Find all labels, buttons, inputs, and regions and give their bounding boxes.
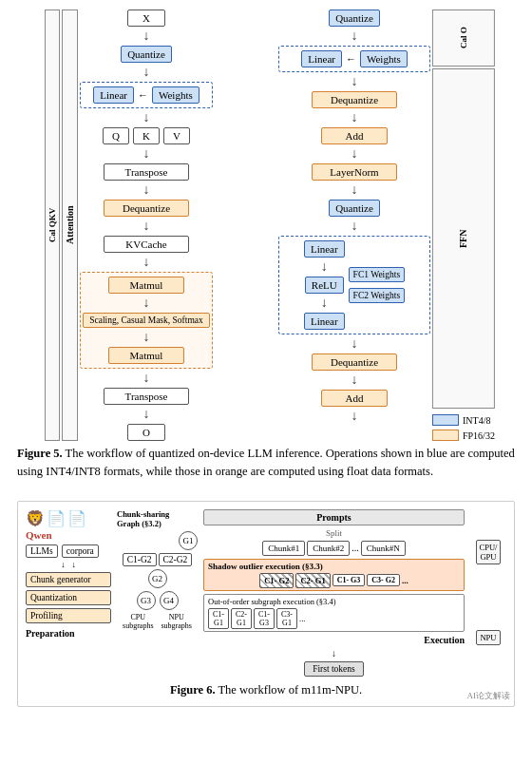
chunk-generator-box: Chunk generator: [26, 572, 111, 587]
figure5-caption-text: The workflow of quantized on-device LLM …: [17, 447, 515, 478]
g2-node: G2: [148, 569, 167, 588]
llm-row: LLMs corpora: [26, 544, 111, 558]
kvcache-node: KVCache: [104, 236, 189, 253]
right-weights-top: Weights: [360, 50, 408, 67]
shadow-row: Shadow outlier execution (§3.3) C1- G2 C…: [203, 559, 465, 591]
chunkN-box: Chunk#N: [361, 541, 406, 556]
right-linear-top: Linear: [301, 50, 342, 67]
dequantize-left: Dequantize: [104, 200, 189, 217]
quantize-left: Quantize: [121, 46, 172, 63]
ffn-group: Linear ↓ ReLU ↓ Linear FC1 Weights FC2 W…: [278, 236, 430, 334]
fig6-right: Prompts Split Chunk#1 Chunk#2 ... Chunk#…: [203, 509, 465, 677]
ffn-label: FFN: [432, 68, 495, 409]
quantize-right2: Quantize: [329, 200, 380, 217]
arrow-q-lin: ↓: [143, 66, 150, 79]
figure5: Cal QKV Attention X ↓ Quantize ↓ Linear …: [17, 10, 515, 493]
shadow-c2: C2- G1: [295, 573, 330, 588]
ffn-linear2: Linear: [304, 313, 345, 330]
shadow-c1: C1- G2: [259, 573, 294, 588]
llms-box: LLMs: [26, 544, 58, 558]
g4-node: G4: [160, 591, 179, 610]
attention-group: Matmul ↓ Scaling, Casual Mask, Softmax ↓…: [80, 272, 213, 369]
fig6-far-right: CPU/ GPU NPU: [470, 509, 506, 677]
fig5-diagram: Cal QKV Attention X ↓ Quantize ↓ Linear …: [17, 10, 515, 441]
qkv-row: Q K V: [103, 127, 190, 144]
linear-weights-group: Linear ← Weights: [80, 82, 213, 108]
fc1-weights: FC1 Weights: [349, 267, 405, 282]
legend: INT4/8 FP16/32: [432, 414, 495, 441]
watermark: AI论文解读: [467, 690, 511, 702]
prompts-bar: Prompts: [203, 509, 465, 525]
profiling-box: Profiling: [26, 608, 111, 623]
cpu-gpu-label: CPU/ GPU: [476, 540, 502, 564]
ffn-relu: ReLU: [305, 277, 344, 294]
weights-node: Weights: [152, 86, 200, 104]
fig5-right-panel: Quantize ↓ Linear ← Weights ↓ Dequantize…: [278, 10, 487, 441]
transpose2-node: Transpose: [104, 388, 189, 405]
dots-label: ...: [352, 543, 359, 553]
figure6-caption: Figure 6. The workflow of m11m-NPU.: [26, 682, 506, 699]
legend-fp1632-box: [432, 430, 459, 441]
cal-o-label: Cal O: [432, 10, 495, 67]
c2g2-box: C2-G2: [159, 553, 193, 566]
right-linear-weights: Linear ← Weights: [278, 46, 430, 72]
npu-label: NPU: [476, 630, 500, 645]
corpora-box: corpora: [62, 544, 99, 558]
g3-node: G3: [137, 591, 156, 610]
npu-subgraphs-label: NPU subgraphs: [162, 613, 192, 630]
cal-qkv-label: Cal QKV: [45, 10, 60, 441]
layernorm-node: LayerNorm: [312, 163, 397, 181]
shadow-c3: C1- G3: [332, 574, 366, 586]
qwen-logo: Qwen: [26, 529, 111, 541]
attention-label: Attention: [62, 10, 78, 441]
scaling-node: Scaling, Casual Mask, Softmax: [83, 313, 210, 328]
quantize-right: Quantize: [329, 10, 380, 27]
legend-int48-label: INT4/8: [463, 415, 490, 426]
fig6-middle: Chunk-sharing Graph (§3.2) G1 C1-G2 C2-G…: [117, 509, 198, 677]
qwen-label: Qwen: [26, 529, 52, 541]
chunk1-box: Chunk#1: [262, 541, 305, 556]
dequantize-right1: Dequantize: [312, 91, 397, 108]
chunk2-box: Chunk#2: [307, 541, 350, 556]
shadow-c4: C3- G2: [367, 574, 400, 586]
add2-node: Add: [321, 390, 388, 407]
c1g2-box: C1-G2: [123, 553, 157, 566]
x-node: X: [127, 10, 165, 27]
dequantize-right2: Dequantize: [312, 353, 397, 371]
fig5-left-inner: X ↓ Quantize ↓ Linear ← Weights ↓: [80, 10, 213, 441]
split-label: Split: [203, 528, 465, 538]
fig5-left-panel: Cal QKV Attention X ↓ Quantize ↓ Linear …: [45, 10, 273, 441]
legend-int48-box: [432, 414, 459, 426]
matmul1-node: Matmul: [108, 277, 184, 294]
arrow-x-q: ↓: [143, 29, 150, 43]
ffn-linear1: Linear: [304, 240, 345, 258]
execution-label: Execution: [203, 635, 465, 645]
fig6-left: 🦁 📄 📄 Qwen LLMs corpora ↓ ↓ Chunk genera…: [26, 509, 111, 677]
cpu-subgraphs-label: CPU subgraphs: [123, 613, 153, 630]
ooo-row: Out-of-order subgraph execution (§3.4) C…: [203, 594, 465, 632]
k-node: K: [133, 127, 160, 144]
linear-node: Linear: [93, 86, 134, 104]
figure5-title: Figure 5.: [17, 447, 63, 460]
chunks-row: Chunk#1 Chunk#2 ... Chunk#N: [203, 541, 465, 556]
preparation-label: Preparation: [26, 628, 111, 639]
figure6-caption-text: The workflow of m11m-NPU.: [218, 683, 362, 697]
quantization-box: Quantization: [26, 590, 111, 605]
figure6: 🦁 📄 📄 Qwen LLMs corpora ↓ ↓ Chunk genera…: [17, 501, 515, 708]
fig5-right-inner: Quantize ↓ Linear ← Weights ↓ Dequantize…: [278, 10, 430, 441]
chunk-sharing-title: Chunk-sharing Graph (§3.2): [117, 509, 198, 528]
dots2: ...: [402, 576, 408, 585]
transpose1-node: Transpose: [104, 163, 189, 181]
fc2-weights: FC2 Weights: [349, 288, 405, 303]
add1-node: Add: [321, 127, 388, 144]
o-node: O: [127, 424, 165, 441]
legend-fp1632-label: FP16/32: [463, 430, 495, 441]
ooo-label: Out-of-order subgraph execution (§3.4): [208, 597, 336, 606]
first-tokens-box: First tokens: [304, 661, 364, 677]
g1-node: G1: [179, 531, 198, 550]
v-node: V: [163, 127, 190, 144]
matmul2-node: Matmul: [108, 347, 184, 364]
fig6-diagram: 🦁 📄 📄 Qwen LLMs corpora ↓ ↓ Chunk genera…: [26, 509, 506, 677]
shadow-label: Shadow outlier execution (§3.3): [208, 562, 323, 571]
q-node: Q: [103, 127, 129, 144]
